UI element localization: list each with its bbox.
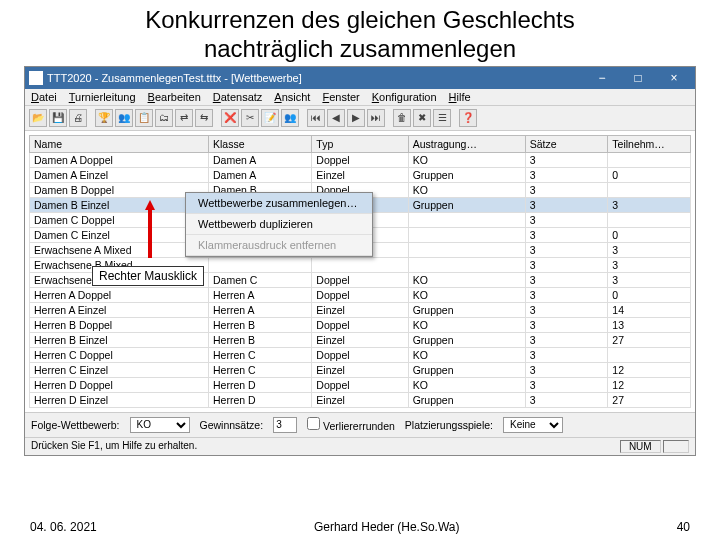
cell: Damen C Doppel	[30, 212, 209, 227]
col-header[interactable]: Name	[30, 135, 209, 152]
cell: Herren B Doppel	[30, 317, 209, 332]
cell: 3	[608, 242, 691, 257]
menu-bearbeiten[interactable]: Bearbeiten	[148, 91, 201, 103]
statusbar: Drücken Sie F1, um Hilfe zu erhalten. NU…	[25, 437, 695, 455]
table-row[interactable]: Herren D DoppelHerren DDoppelKO312	[30, 377, 691, 392]
table-row[interactable]: Herren B DoppelHerren BDoppelKO313	[30, 317, 691, 332]
table-row[interactable]: Herren A EinzelHerren AEinzelGruppen314	[30, 302, 691, 317]
cell: Einzel	[312, 332, 408, 347]
cell: 3	[525, 152, 608, 167]
toolbar-btn-9[interactable]: ⇆	[195, 109, 213, 127]
menu-datei[interactable]: Datei	[31, 91, 57, 103]
menu-hilfe[interactable]: Hilfe	[449, 91, 471, 103]
toolbar-btn-17[interactable]: ◀	[327, 109, 345, 127]
toolbar-btn-22[interactable]: ✖	[413, 109, 431, 127]
toolbar-btn-16[interactable]: ⏮	[307, 109, 325, 127]
cell: Einzel	[312, 302, 408, 317]
cell: Einzel	[312, 362, 408, 377]
table-row[interactable]: Herren D EinzelHerren DEinzelGruppen327	[30, 392, 691, 407]
table-row[interactable]: Herren B EinzelHerren BEinzelGruppen327	[30, 332, 691, 347]
toolbar-btn-14[interactable]: 👥	[281, 109, 299, 127]
toolbar-btn-4[interactable]: 🏆	[95, 109, 113, 127]
context-menu: Wettbewerbe zusammenlegen… Wettbewerb du…	[185, 192, 373, 257]
toolbar: 📂💾🖨🏆👥📋🗂⇄⇆❌✂📝👥⏮◀▶⏭🗑✖☰❓	[25, 106, 695, 131]
menu-turnierleitung[interactable]: Turnierleitung	[69, 91, 136, 103]
menu-konfiguration[interactable]: Konfiguration	[372, 91, 437, 103]
toolbar-btn-19[interactable]: ⏭	[367, 109, 385, 127]
cell: 3	[525, 257, 608, 272]
maximize-button[interactable]: □	[621, 69, 655, 87]
status-empty	[663, 440, 689, 453]
minimize-button[interactable]: −	[585, 69, 619, 87]
col-header[interactable]: Sätze	[525, 135, 608, 152]
close-button[interactable]: ×	[657, 69, 691, 87]
gewinn-input[interactable]	[273, 417, 297, 433]
cell: 3	[525, 272, 608, 287]
table-row[interactable]: Herren C DoppelHerren CDoppelKO3	[30, 347, 691, 362]
toolbar-btn-2[interactable]: 🖨	[69, 109, 87, 127]
table-row[interactable]: Herren C EinzelHerren CEinzelGruppen312	[30, 362, 691, 377]
cell: Herren C	[209, 362, 312, 377]
cell: Herren D	[209, 392, 312, 407]
verlierer-checkbox[interactable]	[307, 417, 320, 430]
cell: Herren D Einzel	[30, 392, 209, 407]
window-title: TTT2020 - ZusammenlegenTest.tttx - [Wett…	[47, 72, 585, 84]
platz-label: Platzierungsspiele:	[405, 419, 493, 431]
table-row[interactable]: Damen A EinzelDamen AEinzelGruppen30	[30, 167, 691, 182]
cell: Gruppen	[408, 362, 525, 377]
cm-duplicate[interactable]: Wettbewerb duplizieren	[186, 214, 372, 235]
toolbar-btn-8[interactable]: ⇄	[175, 109, 193, 127]
cell: KO	[408, 347, 525, 362]
cell: Gruppen	[408, 392, 525, 407]
toolbar-btn-11[interactable]: ❌	[221, 109, 239, 127]
toolbar-btn-5[interactable]: 👥	[115, 109, 133, 127]
cell: 3	[525, 302, 608, 317]
cell: 3	[525, 317, 608, 332]
toolbar-btn-7[interactable]: 🗂	[155, 109, 173, 127]
menu-datensatz[interactable]: Datensatz	[213, 91, 263, 103]
folge-select[interactable]: KO	[130, 417, 190, 433]
cell: KO	[408, 182, 525, 197]
toolbar-btn-18[interactable]: ▶	[347, 109, 365, 127]
table-row[interactable]: Damen A DoppelDamen ADoppelKO3	[30, 152, 691, 167]
cell: KO	[408, 377, 525, 392]
menu-fenster[interactable]: Fenster	[322, 91, 359, 103]
cell: 3	[525, 392, 608, 407]
toolbar-btn-12[interactable]: ✂	[241, 109, 259, 127]
toolbar-btn-1[interactable]: 💾	[49, 109, 67, 127]
toolbar-btn-21[interactable]: 🗑	[393, 109, 411, 127]
platz-select[interactable]: Keine	[503, 417, 563, 433]
menu-ansicht[interactable]: Ansicht	[274, 91, 310, 103]
col-header[interactable]: Klasse	[209, 135, 312, 152]
cell: 3	[608, 257, 691, 272]
toolbar-btn-0[interactable]: 📂	[29, 109, 47, 127]
verlierer-checkbox-label[interactable]: Verliererrunden	[307, 417, 395, 432]
cell: Einzel	[312, 167, 408, 182]
slide-footer: 04. 06. 2021 Gerhard Heder (He.So.Wa) 40	[30, 520, 690, 534]
cm-remove-brackets: Klammerausdruck entfernen	[186, 235, 372, 256]
cell: 27	[608, 392, 691, 407]
toolbar-btn-23[interactable]: ☰	[433, 109, 451, 127]
col-header[interactable]: Teilnehm…	[608, 135, 691, 152]
cm-merge[interactable]: Wettbewerbe zusammenlegen…	[186, 193, 372, 214]
cell: Herren A Doppel	[30, 287, 209, 302]
cell: Damen A	[209, 167, 312, 182]
cell: 3	[525, 332, 608, 347]
cell: 14	[608, 302, 691, 317]
toolbar-btn-25[interactable]: ❓	[459, 109, 477, 127]
table-row[interactable]: Herren A DoppelHerren ADoppelKO30	[30, 287, 691, 302]
cell: Doppel	[312, 272, 408, 287]
col-header[interactable]: Austragung…	[408, 135, 525, 152]
cell: 12	[608, 362, 691, 377]
cell: Erwachsene A Mixed	[30, 242, 209, 257]
bottom-panel: Folge-Wettbewerb: KO Gewinnsätze: Verlie…	[25, 412, 695, 437]
cell: 0	[608, 167, 691, 182]
col-header[interactable]: Typ	[312, 135, 408, 152]
toolbar-btn-6[interactable]: 📋	[135, 109, 153, 127]
toolbar-btn-13[interactable]: 📝	[261, 109, 279, 127]
cell: Herren C Einzel	[30, 362, 209, 377]
cell: Damen C Einzel	[30, 227, 209, 242]
cell	[408, 212, 525, 227]
cell: Gruppen	[408, 302, 525, 317]
cell: 0	[608, 227, 691, 242]
